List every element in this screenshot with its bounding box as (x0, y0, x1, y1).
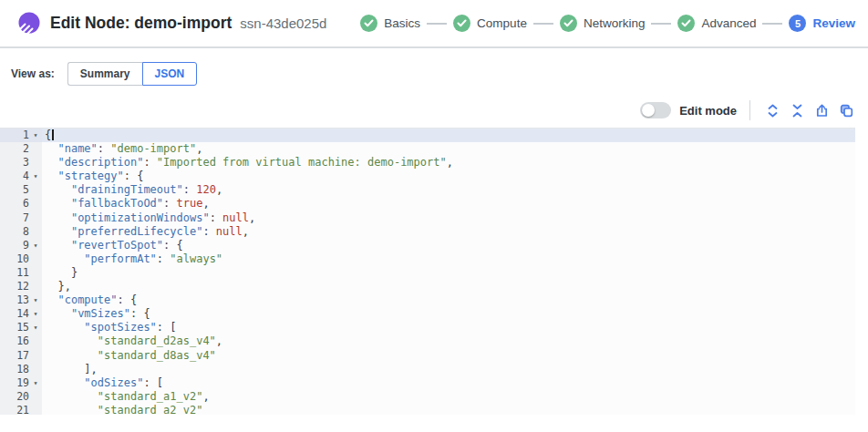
line-number: 21 (0, 404, 42, 415)
code-line[interactable]: 1▾{ (0, 129, 855, 142)
code-line-text: "optimizationWindows": null, (42, 211, 255, 225)
code-line[interactable]: 18 ], (0, 363, 855, 376)
code-line[interactable]: 12 }, (0, 280, 855, 293)
view-as-row: View as: SummaryJSON (11, 62, 868, 86)
fold-arrow-icon[interactable]: ▾ (29, 307, 42, 321)
spot-logo-icon (16, 12, 40, 36)
code-line[interactable]: 3 "description": "Imported from virtual … (0, 156, 855, 170)
fold-arrow-icon[interactable]: ▾ (29, 376, 42, 390)
line-number: 8 (0, 225, 42, 239)
expand-icon[interactable] (763, 101, 781, 119)
step-check-icon (360, 15, 377, 32)
code-line-text: "revertToSpot": { (42, 239, 183, 252)
step-basics[interactable]: Basics (360, 15, 420, 32)
fold-arrow-icon[interactable]: ▾ (29, 321, 42, 334)
code-line[interactable]: 14▾ "vmSizes": { (0, 307, 855, 321)
copy-icon[interactable] (837, 101, 855, 119)
line-number: 1▾ (0, 129, 42, 142)
line-number: 10 (0, 252, 42, 266)
code-line[interactable]: 5 "drainingTimeout": 120, (0, 183, 855, 197)
page-header: Edit Node: demo-import ssn-43de025d Basi… (0, 0, 868, 48)
code-line[interactable]: 17 "standard_d8as_v4" (0, 349, 855, 363)
collapse-icon[interactable] (788, 101, 806, 119)
code-line-text: "standard_d8as_v4" (42, 349, 216, 363)
export-icon[interactable] (812, 101, 831, 119)
code-line-text: ], (42, 363, 98, 376)
line-number: 18 (0, 363, 42, 376)
line-number: 4▾ (0, 170, 42, 183)
line-number: 11 (0, 266, 42, 280)
edit-mode-label: Edit mode (679, 104, 737, 118)
line-number: 9▾ (0, 239, 42, 252)
code-line[interactable]: 20 "standard_a1_v2", (0, 390, 855, 404)
toolbar-divider (749, 100, 750, 120)
step-review[interactable]: 5Review (789, 15, 855, 32)
page-title: Edit Node: demo-import (50, 14, 232, 33)
step-advanced[interactable]: Advanced (677, 15, 756, 32)
step-label: Basics (384, 16, 420, 30)
code-line[interactable]: 19▾ "odSizes": [ (0, 376, 855, 390)
code-line-text: "strategy": { (42, 170, 143, 183)
code-line-text: "standard_a1_v2", (42, 390, 210, 404)
view-as-summary-button[interactable]: Summary (67, 62, 142, 86)
step-compute[interactable]: Compute (453, 15, 527, 32)
code-line-text: { (42, 129, 54, 142)
step-check-icon (560, 15, 577, 32)
fold-arrow-icon[interactable]: ▾ (29, 129, 42, 142)
step-connector (427, 23, 447, 25)
code-line[interactable]: 4▾ "strategy": { (0, 170, 855, 183)
line-number: 15▾ (0, 321, 42, 334)
line-number: 14▾ (0, 307, 42, 321)
line-number: 12 (0, 280, 42, 293)
fold-arrow-icon[interactable]: ▾ (29, 239, 42, 252)
code-line[interactable]: 6 "fallbackToOd": true, (0, 197, 855, 211)
line-number: 5 (0, 183, 42, 197)
step-connector (651, 23, 671, 25)
line-number: 16 (0, 334, 42, 348)
code-line-text: "name": "demo-import", (42, 142, 202, 156)
step-label: Advanced (701, 16, 756, 30)
code-line-text: "performAt": "always" (42, 252, 222, 266)
step-check-icon (677, 15, 695, 32)
line-number: 13▾ (0, 293, 42, 307)
code-line-text: "vmSizes": { (42, 307, 150, 321)
step-connector (533, 23, 553, 25)
code-line-text: "compute": { (42, 293, 137, 307)
line-number: 19▾ (0, 376, 42, 390)
code-line[interactable]: 10 "performAt": "always" (0, 252, 855, 266)
code-line[interactable]: 7 "optimizationWindows": null, (0, 211, 855, 225)
code-line[interactable]: 21 "standard_a2_v2" (0, 404, 855, 415)
code-line[interactable]: 8 "preferredLifecycle": null, (0, 225, 855, 239)
fold-arrow-icon[interactable]: ▾ (29, 293, 42, 307)
code-line[interactable]: 11 } (0, 266, 855, 280)
step-label: Compute (477, 16, 527, 30)
step-networking[interactable]: Networking (560, 15, 646, 32)
toolbar-icon-group (763, 101, 855, 119)
code-line-text: "spotSizes": [ (42, 321, 177, 334)
text-cursor (52, 129, 54, 140)
code-line-text: "odSizes": [ (42, 376, 163, 390)
step-label: Networking (584, 16, 646, 30)
view-as-segmented-control: SummaryJSON (67, 62, 197, 86)
code-line[interactable]: 15▾ "spotSizes": [ (0, 321, 855, 334)
code-line[interactable]: 13▾ "compute": { (0, 293, 855, 307)
code-line[interactable]: 2 "name": "demo-import", (0, 142, 855, 156)
code-line-text: "standard_d2as_v4", (42, 334, 222, 348)
line-number: 2 (0, 142, 42, 156)
edit-mode-toggle[interactable] (640, 102, 671, 118)
line-number: 6 (0, 197, 42, 211)
line-number: 3 (0, 156, 42, 170)
code-line-text: "drainingTimeout": 120, (42, 183, 222, 197)
view-as-label: View as: (11, 67, 55, 80)
toggle-knob (642, 104, 655, 117)
code-line-text: "fallbackToOd": true, (42, 197, 210, 211)
code-line[interactable]: 9▾ "revertToSpot": { (0, 239, 855, 252)
code-line-text: } (42, 266, 78, 280)
step-connector (762, 23, 782, 25)
wizard-stepper: BasicsComputeNetworkingAdvanced5Review (360, 15, 855, 32)
code-line[interactable]: 16 "standard_d2as_v4", (0, 334, 855, 348)
fold-arrow-icon[interactable]: ▾ (29, 170, 42, 183)
step-label: Review (812, 16, 855, 30)
json-editor[interactable]: 1▾{2 "name": "demo-import",3 "descriptio… (0, 128, 855, 415)
view-as-json-button[interactable]: JSON (142, 62, 198, 86)
